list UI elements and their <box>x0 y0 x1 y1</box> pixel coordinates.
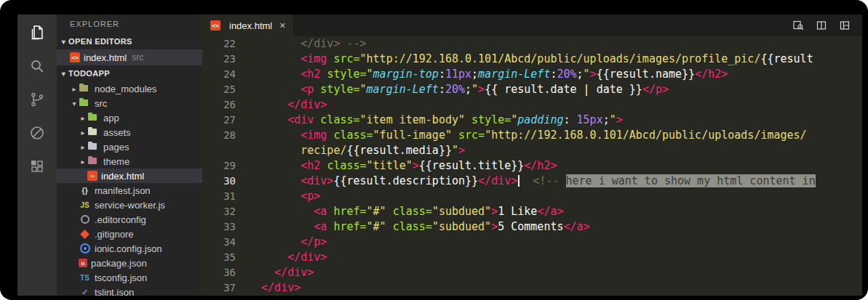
code-line[interactable]: 22 </div> --> <box>202 36 862 52</box>
line-number[interactable]: 29 <box>202 158 248 174</box>
ts-icon: TS <box>79 272 91 283</box>
line-number[interactable]: 28 <box>202 128 248 143</box>
code-token <box>248 98 287 111</box>
code-line-content: <p style="margin-Left:20%;">{{ result.da… <box>248 82 862 97</box>
code-token: > <box>491 220 498 233</box>
debug-icon[interactable] <box>28 123 47 142</box>
code-line[interactable]: 30 <div>{{result.description}}</div> <!-… <box>202 174 862 189</box>
code-line[interactable]: 28 <img class="full-image" src="http://1… <box>202 128 862 143</box>
layout-icon[interactable] <box>839 20 851 31</box>
tree-item-pages[interactable]: ▸pages <box>57 139 202 154</box>
open-editors-label: OPEN EDITORS <box>68 37 132 46</box>
code-token: {{result.media}} <box>346 144 452 157</box>
search-icon[interactable] <box>28 57 47 76</box>
line-number[interactable]: 30 <box>202 174 248 189</box>
open-editor-item[interactable]: <> index.html src <box>57 49 202 65</box>
code-line[interactable]: 31 <p> <box>202 189 862 204</box>
line-number[interactable]: 32 <box>202 204 248 219</box>
open-editors-header[interactable]: ▾ OPEN EDITORS <box>57 33 202 49</box>
code-token: margin-top <box>373 68 439 81</box>
tree-item-app[interactable]: ▸app <box>57 110 202 125</box>
line-number[interactable]: 33 <box>202 219 248 235</box>
tab-label: index.html <box>229 20 272 31</box>
code-line-content: <img src="http://192.168.0.101/Abcd/publ… <box>248 52 862 67</box>
source-control-icon-glyph <box>28 91 46 108</box>
html-icon: <> <box>210 20 220 31</box>
open-editor-label: index.html <box>84 52 127 63</box>
tree-item-ionic-config-json[interactable]: ionic.config.json <box>57 241 202 256</box>
code-token: 20% <box>445 83 465 96</box>
source-control-icon[interactable] <box>28 90 47 109</box>
line-number[interactable]: 36 <box>202 265 248 280</box>
tree-item-service-worker-js[interactable]: JSservice-worker.js <box>57 198 202 212</box>
code-line-content: </p> <box>248 235 862 250</box>
close-icon[interactable]: × <box>279 20 285 31</box>
code-token: > <box>458 144 465 157</box>
code-token: recipe/ <box>300 144 346 157</box>
tree-item-label: tslint.json <box>95 287 134 296</box>
tree-item-package-json[interactable]: npackage.json <box>57 256 202 270</box>
explorer-icon-glyph <box>28 24 46 41</box>
tree-item-src[interactable]: ▾src <box>57 96 202 110</box>
line-number[interactable]: 34 <box>202 235 248 250</box>
code-line[interactable]: 34 </p> <box>202 235 862 250</box>
code-token <box>248 68 300 81</box>
code-line[interactable]: 35 </div> <box>202 250 862 265</box>
code-line[interactable]: 29 <h2 class="title">{{result.title}}</h… <box>202 158 862 174</box>
tree-item-index-html[interactable]: ‹›index.html <box>57 169 202 183</box>
tree-item-assets[interactable]: ▸assets <box>57 125 202 139</box>
code-token <box>248 235 300 248</box>
tree-item-label: tsconfig.json <box>95 272 147 283</box>
tree-item-editorconfig[interactable]: .editorconfig <box>57 212 202 227</box>
explorer-icon[interactable] <box>28 23 47 42</box>
line-number[interactable]: 25 <box>202 82 248 97</box>
code-token: padding <box>517 113 563 126</box>
code-line[interactable]: 25 <p style="margin-Left:20%;">{{ result… <box>202 82 862 97</box>
tree-item-label: service-worker.js <box>95 200 165 211</box>
folder-icon <box>87 112 100 123</box>
code-line[interactable]: 26 </div> <box>202 97 862 113</box>
line-number[interactable]: 22 <box>202 36 248 52</box>
tab-index-html[interactable]: <> index.html × <box>202 15 294 36</box>
line-number[interactable]: 24 <box>202 67 248 82</box>
split-editor-icon[interactable] <box>816 20 827 31</box>
tree-item-theme[interactable]: ▸theme <box>57 154 202 169</box>
tree-item-label: theme <box>103 156 130 167</box>
line-number[interactable]: 27 <box>202 113 248 128</box>
code-editor[interactable]: 22 </div> -->23 <img src="http://192.168… <box>202 36 862 296</box>
code-line-content: </div> <box>248 250 862 265</box>
code-token: </h2> <box>695 68 728 81</box>
line-number[interactable]: 23 <box>202 52 248 67</box>
code-line[interactable]: 24 <h2 style="margin-top:11px;margin-Lef… <box>202 67 862 82</box>
extensions-icon[interactable] <box>28 157 47 176</box>
code-line[interactable]: 36 </div> <box>202 265 862 280</box>
line-number[interactable]: 37 <box>202 280 248 296</box>
ionic-icon <box>79 243 91 254</box>
code-token: "full-image" <box>373 129 458 142</box>
code-token: <div> <box>300 174 333 187</box>
code-line[interactable]: 32 <a href="#" class="subdued">1 Like</a… <box>202 204 862 219</box>
code-line[interactable]: 37 </div> <box>202 280 862 296</box>
code-token <box>248 113 287 126</box>
code-line[interactable]: 33 <a href="#" class="subdued">5 Comment… <box>202 219 862 235</box>
code-token: <a <box>314 220 333 233</box>
line-number[interactable]: 35 <box>202 250 248 265</box>
line-number[interactable]: 26 <box>202 97 248 113</box>
line-number[interactable]: 31 <box>202 189 248 204</box>
code-token: 1 Like <box>498 205 537 218</box>
line-number[interactable] <box>202 143 248 158</box>
tree-item-node-modules[interactable]: ▸node_modules <box>57 81 202 96</box>
code-line[interactable]: 23 <img src="http://192.168.0.101/Abcd/p… <box>202 52 862 67</box>
tree-item-manifest-json[interactable]: {}manifest.json <box>57 183 202 198</box>
code-token: margin-Left <box>478 68 550 81</box>
preview-icon[interactable] <box>792 20 804 31</box>
code-token <box>248 159 300 172</box>
tree-item-gitignore[interactable]: .gitignore <box>57 227 202 241</box>
code-line[interactable]: 27 <div class="item item-body" style="pa… <box>202 113 862 128</box>
project-header[interactable]: ▾ TODOAPP <box>57 65 202 81</box>
tree-item-tsconfig-json[interactable]: TStsconfig.json <box>57 270 202 285</box>
tree-item-tslint-json[interactable]: ✓tslint.json <box>57 285 202 296</box>
code-token: ; <box>465 83 471 96</box>
code-token: > <box>491 205 498 218</box>
code-line[interactable]: recipe/{{result.media}}"> <box>202 143 862 158</box>
